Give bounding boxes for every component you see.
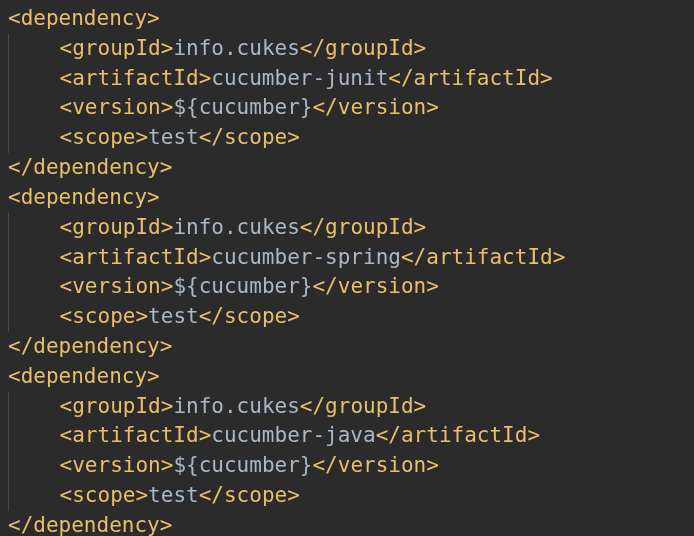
xml-text: cucumber-java	[211, 423, 375, 447]
code-line: <scope>test</scope>	[8, 481, 686, 511]
xml-tag: <scope>	[60, 125, 149, 149]
xml-tag: </version>	[312, 453, 438, 477]
xml-tag: <artifactId>	[60, 423, 212, 447]
xml-tag: <dependency>	[8, 364, 160, 388]
xml-tag: <scope>	[60, 483, 149, 507]
code-line: <dependency>	[8, 183, 686, 213]
xml-tag: </groupId>	[300, 394, 426, 418]
xml-text: cucumber-junit	[211, 66, 388, 90]
xml-tag: </dependency>	[8, 513, 172, 536]
xml-tag: </dependency>	[8, 334, 172, 358]
xml-tag: <dependency>	[8, 6, 160, 30]
code-line: </dependency>	[8, 332, 686, 362]
xml-tag: <version>	[60, 95, 174, 119]
code-line: <scope>test</scope>	[8, 123, 686, 153]
xml-tag: <scope>	[60, 304, 149, 328]
xml-tag: <groupId>	[60, 36, 174, 60]
code-line: <version>${cucumber}</version>	[8, 272, 686, 302]
xml-tag: </groupId>	[300, 215, 426, 239]
xml-tag: </version>	[312, 95, 438, 119]
code-line: <artifactId>cucumber-junit</artifactId>	[8, 64, 686, 94]
xml-tag: <version>	[60, 453, 174, 477]
code-line: <groupId>info.cukes</groupId>	[8, 34, 686, 64]
xml-text: ${cucumber}	[173, 274, 312, 298]
code-line: <version>${cucumber}</version>	[8, 93, 686, 123]
xml-tag: <groupId>	[60, 394, 174, 418]
xml-text: ${cucumber}	[173, 95, 312, 119]
xml-text: test	[148, 125, 199, 149]
code-line: <dependency>	[8, 362, 686, 392]
xml-text: test	[148, 483, 199, 507]
xml-tag: <artifactId>	[60, 245, 212, 269]
code-line: <version>${cucumber}</version>	[8, 451, 686, 481]
xml-tag: <version>	[60, 274, 174, 298]
code-line: <scope>test</scope>	[8, 302, 686, 332]
xml-text: test	[148, 304, 199, 328]
xml-text: info.cukes	[173, 394, 299, 418]
code-line: <artifactId>cucumber-spring</artifactId>	[8, 243, 686, 273]
xml-tag: </groupId>	[300, 36, 426, 60]
xml-tag: </version>	[312, 274, 438, 298]
xml-tag: </scope>	[199, 483, 300, 507]
code-line: <dependency>	[8, 4, 686, 34]
xml-tag: </artifactId>	[376, 423, 540, 447]
code-line: <artifactId>cucumber-java</artifactId>	[8, 421, 686, 451]
code-line: </dependency>	[8, 511, 686, 536]
xml-tag: </scope>	[199, 125, 300, 149]
xml-text: ${cucumber}	[173, 453, 312, 477]
code-block: <dependency> <groupId>info.cukes</groupI…	[0, 0, 694, 536]
xml-tag: </artifactId>	[401, 245, 565, 269]
xml-text: cucumber-spring	[211, 245, 401, 269]
xml-tag: <artifactId>	[60, 66, 212, 90]
xml-text: info.cukes	[173, 215, 299, 239]
xml-text: info.cukes	[173, 36, 299, 60]
code-line: </dependency>	[8, 153, 686, 183]
xml-tag: </scope>	[199, 304, 300, 328]
code-line: <groupId>info.cukes</groupId>	[8, 213, 686, 243]
code-line: <groupId>info.cukes</groupId>	[8, 392, 686, 422]
xml-tag: </dependency>	[8, 155, 172, 179]
xml-tag: <groupId>	[60, 215, 174, 239]
xml-tag: </artifactId>	[388, 66, 552, 90]
xml-tag: <dependency>	[8, 185, 160, 209]
